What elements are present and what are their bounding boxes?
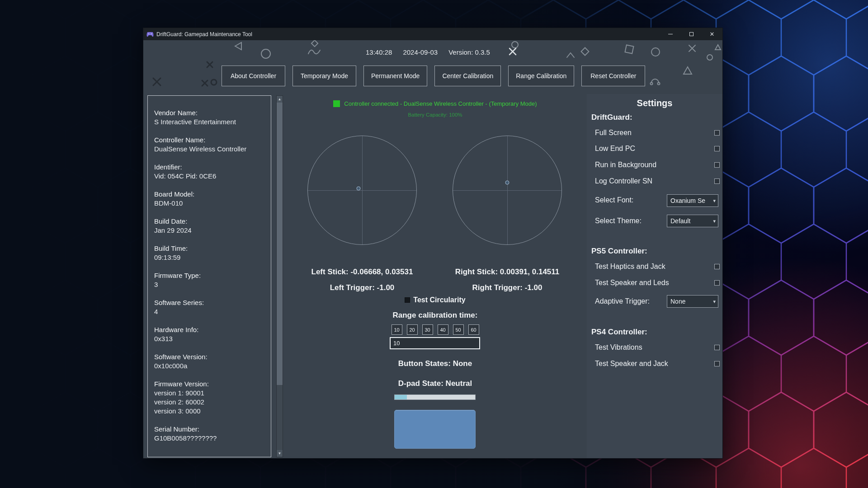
- info-field-label: Identifier:: [154, 163, 268, 172]
- left-trigger-value: Left Trigger: -1.00: [294, 283, 430, 292]
- font-select-value: Oxanium Se: [670, 197, 712, 204]
- setting-row: Run in Background: [595, 160, 720, 170]
- info-field-label: Software Series:: [154, 298, 268, 307]
- right-stick-visualizer: [453, 136, 562, 245]
- test-vibrations-label: Test Vibrations: [595, 343, 642, 352]
- decor-cross-icon: [202, 80, 208, 86]
- info-field-value: Jan 29 2024: [154, 226, 268, 235]
- info-field-value: DualSense Wireless Controller: [154, 145, 268, 154]
- range-calibration-title: Range calibration time:: [283, 311, 587, 320]
- decor-cross-icon: [207, 62, 212, 67]
- connection-status-indicator: [333, 100, 340, 107]
- setting-row: Log Controller SN: [595, 176, 720, 186]
- reset-controller-button[interactable]: Reset Controller: [581, 66, 645, 86]
- button-states-text: Button States: None: [283, 359, 587, 368]
- titlebar[interactable]: DriftGuard: Gamepad Maintenance Tool ✕: [143, 28, 722, 40]
- adaptive-trigger-select[interactable]: None ▾: [667, 295, 718, 308]
- preset-10-button[interactable]: 10: [392, 324, 402, 335]
- info-field-label: Hardware Info:: [154, 325, 268, 334]
- info-field: Vendor Name: S Interactive Entertainment: [154, 108, 268, 127]
- run-in-background-checkbox[interactable]: [714, 162, 720, 168]
- preset-30-button[interactable]: 30: [422, 324, 433, 335]
- lightbar-color-button[interactable]: [394, 410, 476, 449]
- info-field: Software Series: 4: [154, 298, 268, 316]
- progress-bar-fill: [395, 395, 407, 399]
- desktop: DriftGuard: Gamepad Maintenance Tool ✕: [0, 0, 868, 488]
- range-preset-row: 10 20 30 40 50 60: [283, 324, 587, 335]
- info-field: Identifier: Vid: 054C Pid: 0CE6: [154, 163, 268, 181]
- font-select[interactable]: Oxanium Se ▾: [667, 194, 718, 207]
- low-end-pc-label: Low End PC: [595, 145, 635, 153]
- info-field: Firmware Version: version 1: 90001 versi…: [154, 380, 268, 416]
- theme-select-value: Default: [670, 217, 712, 225]
- preset-20-button[interactable]: 20: [407, 324, 418, 335]
- test-speaker-jack-checkbox[interactable]: [714, 361, 720, 366]
- test-circularity-row: Test Circularity: [283, 296, 587, 304]
- settings-panel: Settings DriftGuard: Full Screen Low End…: [587, 94, 722, 458]
- setting-row: Test Speaker and Leds: [595, 278, 720, 288]
- maximize-button[interactable]: [681, 28, 702, 40]
- info-field-value: 0x313: [154, 334, 268, 343]
- decor-circle-icon: [261, 49, 270, 58]
- theme-select[interactable]: Default ▾: [667, 215, 718, 227]
- decor-triangle-icon: [715, 45, 721, 50]
- test-circularity-label: Test Circularity: [413, 296, 465, 304]
- test-circularity-checkbox[interactable]: [405, 297, 410, 303]
- info-field-label: Controller Name:: [154, 136, 268, 145]
- center-panel: Controller connected - DualSense Wireles…: [283, 40, 587, 458]
- select-font-label: Select Font:: [595, 195, 633, 205]
- minimize-button[interactable]: [660, 28, 681, 40]
- decor-circle-icon: [651, 48, 660, 56]
- test-haptics-label: Test Haptics and Jack: [595, 263, 665, 271]
- close-button[interactable]: ✕: [702, 28, 722, 40]
- ps4-section-header: PS4 Controller:: [591, 328, 647, 337]
- scrollbar-thumb[interactable]: [277, 103, 283, 385]
- ps5-section-header: PS5 Controller:: [591, 247, 647, 256]
- info-field: Firmware Type: 3: [154, 271, 268, 289]
- info-field-value: Vid: 054C Pid: 0CE6: [154, 172, 268, 181]
- about-controller-button[interactable]: About Controller: [222, 66, 285, 86]
- battery-capacity-text: Battery Capacity: 100%: [283, 112, 587, 117]
- info-field-value: BDM-010: [154, 199, 268, 208]
- log-controller-sn-checkbox[interactable]: [714, 178, 720, 184]
- decor-headset-icon: [658, 83, 660, 85]
- decor-headset-icon: [651, 83, 653, 85]
- crosshair-horizontal: [308, 190, 416, 191]
- info-field-label: Software Version:: [154, 352, 268, 361]
- scroll-down-icon[interactable]: ▼: [277, 450, 283, 457]
- test-speaker-leds-checkbox[interactable]: [714, 280, 720, 286]
- info-field-value: 4: [154, 307, 268, 316]
- window-controls: ✕: [660, 28, 722, 40]
- full-screen-checkbox[interactable]: [714, 130, 720, 136]
- info-panel-scrollbar[interactable]: ▲ ▼: [276, 95, 283, 457]
- app-gamepad-icon: [146, 31, 154, 38]
- left-stick-dot: [356, 186, 360, 190]
- low-end-pc-checkbox[interactable]: [714, 146, 720, 151]
- right-stick-value: Right Stick: 0.00391, 0.14511: [439, 267, 575, 277]
- info-field: Build Time: 09:13:59: [154, 244, 268, 262]
- preset-50-button[interactable]: 50: [453, 324, 464, 335]
- connection-status-text: Controller connected - DualSense Wireles…: [344, 100, 537, 107]
- info-field-label: Firmware Type:: [154, 271, 268, 280]
- controller-info-panel: Vendor Name: S Interactive Entertainment…: [147, 95, 271, 457]
- driftguard-section-header: DriftGuard:: [591, 113, 632, 122]
- left-stick-value: Left Stick: -0.06668, 0.03531: [294, 267, 430, 277]
- info-field-value: version 1: 90001 version 2: 60002 versio…: [154, 389, 268, 416]
- info-field: Serial Number: G10B0058????????: [154, 425, 268, 443]
- full-screen-label: Full Screen: [595, 129, 632, 137]
- test-haptics-checkbox[interactable]: [714, 264, 720, 269]
- scroll-up-icon[interactable]: ▲: [277, 96, 283, 103]
- minimize-icon: [668, 34, 673, 34]
- preset-40-button[interactable]: 40: [438, 324, 448, 335]
- test-speaker-leds-label: Test Speaker and Leds: [595, 279, 669, 287]
- preset-60-button[interactable]: 60: [468, 324, 479, 335]
- settings-title: Settings: [587, 98, 722, 108]
- info-field-value: S Interactive Entertainment: [154, 117, 268, 127]
- info-field: Build Date: Jan 29 2024: [154, 217, 268, 235]
- crosshair-horizontal: [453, 190, 561, 191]
- info-field-value: G10B0058????????: [154, 434, 268, 443]
- decor-triangle-icon: [235, 42, 241, 50]
- decor-circle-icon: [211, 80, 217, 85]
- range-time-input[interactable]: [390, 337, 480, 349]
- test-vibrations-checkbox[interactable]: [714, 345, 720, 350]
